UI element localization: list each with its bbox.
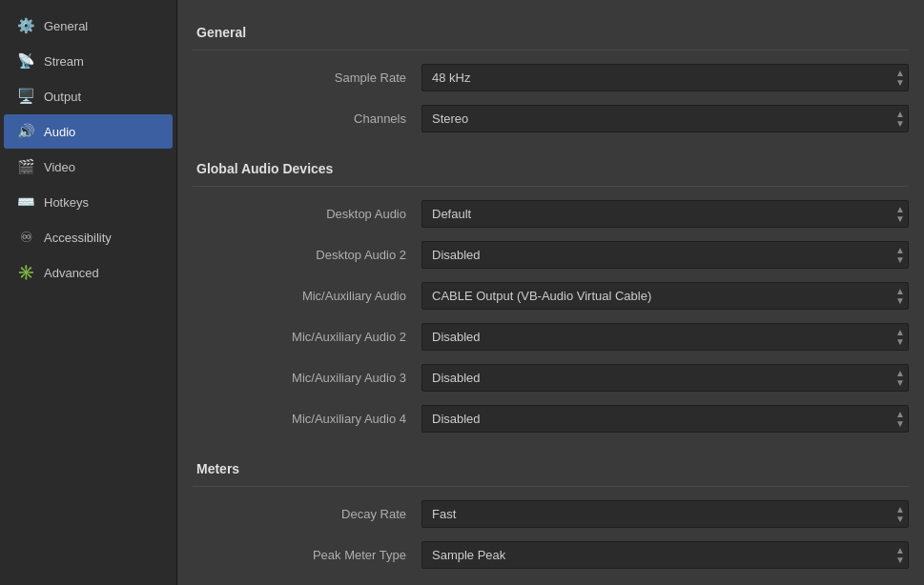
form-label-general-1: Channels (193, 111, 421, 126)
sidebar-item-audio[interactable]: 🔊Audio (4, 114, 173, 149)
form-row-global-audio-devices-5: Mic/Auxiliary Audio 4DefaultDisabled▲▼ (193, 401, 909, 436)
form-row-global-audio-devices-3: Mic/Auxiliary Audio 2DefaultDisabled▲▼ (193, 319, 909, 354)
form-control-meters-0: FastMediumSlow▲▼ (421, 500, 909, 528)
form-control-global-audio-devices-4: DefaultDisabled▲▼ (421, 364, 909, 392)
audio-icon: 🔊 (17, 123, 34, 140)
form-label-global-audio-devices-3: Mic/Auxiliary Audio 2 (193, 330, 421, 344)
select-meters-1[interactable]: Sample PeakTrue Peak (421, 541, 909, 569)
select-global-audio-devices-5[interactable]: DefaultDisabled (421, 405, 909, 433)
sidebar-label-output: Output (44, 90, 81, 104)
sidebar: ⚙️General📡Stream🖥️Output🔊Audio🎬Video⌨️Ho… (0, 0, 177, 585)
section-meters: MetersDecay RateFastMediumSlow▲▼Peak Met… (193, 452, 909, 573)
section-general: GeneralSample Rate44.1 kHz48 kHz▲▼Channe… (193, 15, 909, 136)
sidebar-item-output[interactable]: 🖥️Output (4, 79, 173, 113)
form-row-global-audio-devices-0: Desktop AudioDefaultDisabled▲▼ (193, 196, 909, 232)
form-control-global-audio-devices-5: DefaultDisabled▲▼ (421, 405, 909, 433)
form-label-global-audio-devices-1: Desktop Audio 2 (193, 248, 421, 262)
sidebar-label-general: General (44, 19, 88, 33)
sidebar-label-advanced: Advanced (44, 266, 99, 280)
form-label-global-audio-devices-0: Desktop Audio (193, 207, 421, 221)
select-global-audio-devices-4[interactable]: DefaultDisabled (421, 364, 909, 392)
form-row-general-1: ChannelsMonoStereo2.14.04.15.17.1▲▼ (193, 101, 909, 136)
sidebar-label-video: Video (44, 160, 75, 174)
form-row-meters-1: Peak Meter TypeSample PeakTrue Peak▲▼ (193, 537, 909, 573)
select-global-audio-devices-1[interactable]: DefaultDisabled (421, 241, 909, 269)
form-control-general-1: MonoStereo2.14.04.15.17.1▲▼ (421, 105, 909, 132)
select-general-0[interactable]: 44.1 kHz48 kHz (421, 64, 909, 91)
form-label-global-audio-devices-5: Mic/Auxiliary Audio 4 (193, 412, 421, 426)
sidebar-item-video[interactable]: 🎬Video (4, 150, 173, 184)
select-global-audio-devices-2[interactable]: DefaultDisabledCABLE Output (VB-Audio Vi… (421, 282, 909, 310)
sidebar-label-stream: Stream (44, 54, 84, 69)
accessibility-icon: ♾ (17, 229, 34, 246)
form-row-meters-0: Decay RateFastMediumSlow▲▼ (193, 496, 909, 532)
advanced-icon: ✳️ (17, 264, 34, 281)
general-icon: ⚙️ (17, 17, 34, 34)
form-row-global-audio-devices-2: Mic/Auxiliary AudioDefaultDisabledCABLE … (193, 278, 909, 313)
form-control-global-audio-devices-3: DefaultDisabled▲▼ (421, 323, 909, 351)
form-label-general-0: Sample Rate (193, 71, 421, 85)
sidebar-item-accessibility[interactable]: ♾Accessibility (4, 220, 173, 254)
form-control-global-audio-devices-0: DefaultDisabled▲▼ (421, 200, 909, 228)
form-row-global-audio-devices-1: Desktop Audio 2DefaultDisabled▲▼ (193, 237, 909, 272)
sidebar-item-advanced[interactable]: ✳️Advanced (4, 255, 173, 290)
form-row-global-audio-devices-4: Mic/Auxiliary Audio 3DefaultDisabled▲▼ (193, 360, 909, 395)
form-control-meters-1: Sample PeakTrue Peak▲▼ (421, 541, 909, 569)
form-control-global-audio-devices-1: DefaultDisabled▲▼ (421, 241, 909, 269)
stream-icon: 📡 (17, 52, 34, 70)
form-control-general-0: 44.1 kHz48 kHz▲▼ (421, 64, 909, 91)
sidebar-label-audio: Audio (44, 125, 75, 139)
form-label-meters-1: Peak Meter Type (193, 548, 421, 562)
form-label-meters-0: Decay Rate (193, 507, 421, 521)
form-label-global-audio-devices-4: Mic/Auxiliary Audio 3 (193, 371, 421, 385)
select-global-audio-devices-3[interactable]: DefaultDisabled (421, 323, 909, 351)
sidebar-item-hotkeys[interactable]: ⌨️Hotkeys (4, 185, 173, 219)
select-global-audio-devices-0[interactable]: DefaultDisabled (421, 200, 909, 228)
sidebar-item-general[interactable]: ⚙️General (4, 9, 173, 43)
section-title-meters: Meters (193, 452, 909, 487)
sidebar-label-accessibility: Accessibility (44, 231, 112, 245)
section-title-global-audio-devices: Global Audio Devices (193, 151, 909, 187)
section-global-audio-devices: Global Audio DevicesDesktop AudioDefault… (193, 151, 909, 436)
form-row-general-0: Sample Rate44.1 kHz48 kHz▲▼ (193, 60, 909, 95)
video-icon: 🎬 (17, 158, 34, 175)
output-icon: 🖥️ (17, 88, 34, 105)
sidebar-label-hotkeys: Hotkeys (44, 195, 89, 210)
form-label-global-audio-devices-2: Mic/Auxiliary Audio (193, 289, 421, 303)
section-title-general: General (193, 15, 909, 50)
main-content: GeneralSample Rate44.1 kHz48 kHz▲▼Channe… (177, 0, 924, 585)
sidebar-item-stream[interactable]: 📡Stream (4, 44, 173, 78)
select-general-1[interactable]: MonoStereo2.14.04.15.17.1 (421, 105, 909, 132)
hotkeys-icon: ⌨️ (17, 193, 34, 211)
select-meters-0[interactable]: FastMediumSlow (421, 500, 909, 528)
form-control-global-audio-devices-2: DefaultDisabledCABLE Output (VB-Audio Vi… (421, 282, 909, 310)
